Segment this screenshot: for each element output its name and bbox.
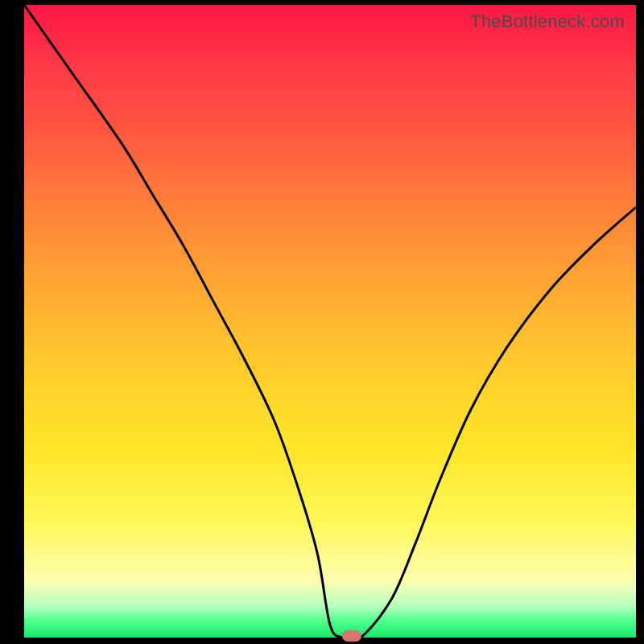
bottleneck-curve: [24, 5, 636, 638]
optimum-marker: [342, 630, 361, 642]
chart-container: TheBottleneck.com: [0, 0, 644, 644]
chart-gradient-area: TheBottleneck.com: [24, 5, 636, 638]
curve-path: [24, 5, 636, 641]
